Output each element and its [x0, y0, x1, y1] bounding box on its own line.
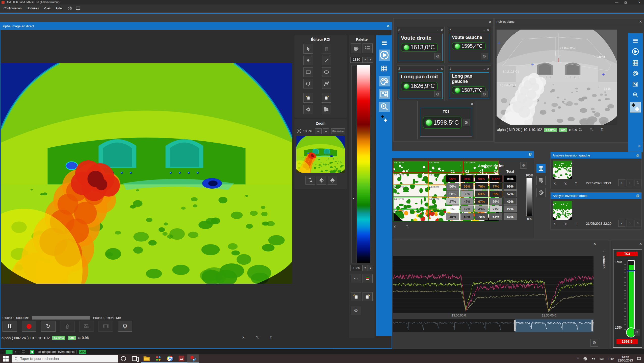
close-button[interactable]: ×	[636, 0, 643, 4]
flip-vertical-button[interactable]	[317, 176, 326, 185]
palette-list-button[interactable]	[363, 43, 373, 53]
table-cell[interactable]: 56%	[489, 198, 502, 205]
table-cell[interactable]: 48%	[446, 213, 459, 220]
inversion-right-thumbnail[interactable]	[553, 201, 572, 220]
table-cell[interactable]: 21%	[489, 206, 502, 212]
start-button[interactable]	[0, 354, 12, 363]
restore-icon[interactable]	[636, 154, 639, 157]
pause-button[interactable]	[3, 321, 17, 332]
keyboard-icon[interactable]	[599, 357, 604, 361]
table-cell[interactable]: 47%	[460, 198, 474, 205]
monitor-icon[interactable]	[75, 6, 81, 11]
table-cell[interactable]: 42%	[460, 206, 474, 212]
ellipse-tool-button[interactable]	[322, 67, 331, 77]
history-label[interactable]: Historique des évènements	[38, 350, 74, 354]
clock[interactable]: 13:45 22/05/2023	[618, 355, 633, 362]
gear-icon[interactable]: ⚙	[463, 119, 470, 126]
thermal-image[interactable]	[1, 63, 292, 284]
point-tool-button[interactable]	[303, 56, 313, 65]
palette-slider-track[interactable]: ◄	[351, 65, 356, 263]
close-icon[interactable]: ×	[441, 67, 443, 71]
table-cell[interactable]: 63%	[475, 190, 488, 197]
table-cell[interactable]: 99%	[446, 175, 459, 182]
trend-overview-scrubber[interactable]	[393, 319, 594, 332]
add-marker-icon[interactable]	[380, 114, 389, 123]
table-cell[interactable]: 58%	[446, 190, 459, 197]
imagepro-taskbar-icon[interactable]	[187, 354, 199, 363]
media-app-icon[interactable]	[176, 355, 187, 363]
menu-icon[interactable]	[380, 39, 388, 46]
chrome-icon[interactable]	[164, 355, 176, 363]
refresh-button[interactable]: ↻	[634, 220, 641, 227]
record-button[interactable]	[22, 321, 36, 332]
notifications-icon[interactable]	[636, 356, 641, 361]
close-icon[interactable]: ×	[441, 28, 443, 32]
table-cell[interactable]: 69%	[489, 190, 502, 197]
gear-icon[interactable]: ⚙	[481, 53, 487, 59]
gear-icon[interactable]: ⚙	[481, 91, 487, 97]
autoscale-button[interactable]: ▼▲	[351, 274, 361, 283]
play-circle-icon[interactable]	[631, 47, 640, 56]
close-icon[interactable]: ×	[639, 242, 642, 246]
snapshot-button[interactable]	[79, 321, 94, 332]
bw-titlebar[interactable]: noir et blanc ×	[495, 18, 644, 25]
chevron-down-icon[interactable]: ⌄	[483, 29, 485, 32]
roi-import-button[interactable]	[303, 93, 313, 103]
palette-load-button[interactable]	[351, 292, 361, 301]
camera-dropdown-icon[interactable]: ▼	[15, 351, 17, 353]
close-icon[interactable]: ×	[471, 102, 473, 106]
table-cell[interactable]: 69%	[504, 183, 517, 190]
palette-save-button[interactable]	[363, 292, 373, 301]
rotate-button[interactable]	[305, 176, 315, 185]
spin-up-button[interactable]: ▲	[368, 265, 373, 271]
palette-max-value[interactable]: 1830	[350, 57, 363, 63]
chevron-down-icon[interactable]: ⌄	[436, 67, 439, 70]
table-cell[interactable]: 94%	[460, 175, 474, 182]
menu-configuration[interactable]: Configuration	[1, 6, 24, 11]
polyline-tool-button[interactable]	[322, 79, 331, 88]
inversion-right-titlebar[interactable]: Analyse inversion droite	[551, 192, 641, 199]
tray-expand-icon[interactable]: ⌃	[577, 357, 579, 361]
table-cell[interactable]: 27%	[504, 206, 517, 212]
gear-icon[interactable]: ⚙	[434, 53, 441, 59]
users-icon[interactable]	[67, 6, 73, 11]
menu-vues[interactable]: Vues	[41, 6, 53, 11]
language-indicator[interactable]: FRA	[608, 357, 614, 361]
image-dots-icon[interactable]	[379, 89, 390, 99]
menu-icon[interactable]	[632, 38, 639, 44]
fit-icon[interactable]	[296, 128, 301, 133]
palette-min-value[interactable]: 1330	[350, 265, 363, 271]
palette-settings-button[interactable]: ⚙	[351, 306, 361, 315]
next-button[interactable]: ›	[626, 179, 633, 186]
minimize-button[interactable]: —	[613, 0, 621, 4]
palette-rotate-button[interactable]	[351, 43, 361, 53]
projector-icon[interactable]	[21, 350, 26, 354]
table-cell[interactable]: 64%	[489, 213, 502, 220]
volume-icon[interactable]	[591, 356, 596, 361]
table-view-button[interactable]	[536, 164, 546, 173]
roi-export-button[interactable]	[322, 93, 331, 103]
file-explorer-icon[interactable]	[141, 355, 152, 363]
table-cell[interactable]: 39%	[460, 190, 474, 197]
spin-up-button[interactable]: ▲	[368, 57, 373, 63]
table-cell[interactable]: 77%	[489, 183, 502, 190]
timeline-bar[interactable]	[32, 316, 90, 320]
spin-down-button[interactable]: ▼	[363, 265, 368, 271]
palette-button[interactable]	[536, 188, 546, 197]
prev-button[interactable]: ‹	[618, 220, 625, 227]
flip-horizontal-button[interactable]	[328, 176, 337, 185]
threshold-colors-button[interactable]	[363, 274, 373, 283]
inversion-left-titlebar[interactable]: Analyse inversion gauche	[551, 152, 641, 158]
table-cell[interactable]: 67%	[475, 198, 488, 205]
camera-status-icon[interactable]	[6, 350, 13, 354]
zoom-in-icon[interactable]	[632, 91, 639, 98]
gear-icon[interactable]: ⚙	[434, 91, 441, 97]
cortana-icon[interactable]	[118, 354, 129, 363]
grid-icon[interactable]	[632, 59, 639, 66]
network-globe-icon[interactable]	[583, 356, 587, 361]
inversion-left-thumbnail[interactable]	[553, 161, 572, 179]
menu-aide[interactable]: Aide	[53, 6, 64, 11]
table-cell[interactable]: 60%	[504, 213, 517, 220]
gear-icon[interactable]: ⚙	[520, 162, 527, 169]
restore-button[interactable]	[624, 1, 628, 4]
